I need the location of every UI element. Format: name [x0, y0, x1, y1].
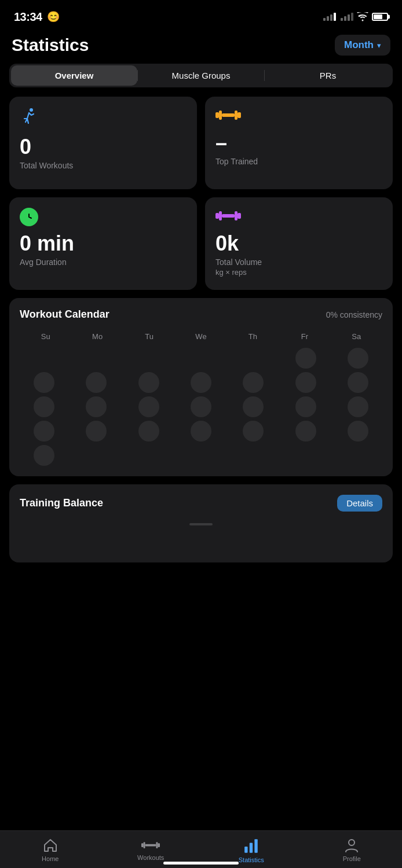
top-trained-value: –: [215, 131, 382, 155]
nav-item-workouts[interactable]: Workouts: [101, 838, 202, 861]
total-volume-sublabel: kg × reps: [215, 268, 382, 277]
day-su: Su: [20, 330, 71, 343]
workouts-icon: [141, 839, 160, 852]
svg-rect-19: [254, 839, 257, 853]
svg-point-20: [349, 840, 355, 845]
total-workouts-card: 0 Total Workouts: [9, 97, 197, 189]
status-bar: 13:34 😊: [0, 0, 402, 29]
total-workouts-value: 0: [20, 135, 187, 159]
cal-cell: [191, 396, 211, 417]
running-icon: [20, 107, 187, 130]
status-icons: [323, 12, 388, 21]
day-sa: Sa: [331, 330, 382, 343]
cal-cell: [191, 372, 211, 393]
training-balance-card: Training Balance Details: [9, 484, 393, 562]
svg-rect-13: [144, 842, 145, 848]
cal-cell: [191, 421, 211, 442]
nav-item-profile[interactable]: Profile: [302, 838, 403, 862]
svg-rect-17: [244, 847, 247, 853]
cal-cell: [86, 348, 107, 369]
profile-icon: [344, 838, 359, 853]
avg-duration-value: 0 min: [20, 232, 187, 255]
svg-rect-16: [158, 843, 160, 847]
nav-label-profile: Profile: [343, 855, 361, 862]
training-header: Training Balance Details: [20, 495, 382, 512]
avg-duration-card: 0 min Avg Duration: [9, 197, 197, 290]
cal-cell: [348, 372, 368, 393]
svg-point-0: [30, 108, 33, 112]
calendar-consistency: 0% consistency: [326, 310, 382, 319]
cal-cell: [348, 445, 368, 466]
stats-grid: 0 Total Workouts – Top Trained 0 min Avg…: [0, 97, 402, 298]
nav-label-home: Home: [42, 855, 59, 862]
cal-cell: [295, 421, 316, 442]
cal-cell: [191, 445, 211, 466]
clock-icon: [20, 208, 38, 226]
cal-cell: [348, 421, 368, 442]
svg-rect-3: [222, 113, 235, 117]
wifi-icon: [357, 12, 368, 21]
training-balance-title: Training Balance: [20, 497, 103, 509]
battery-icon: [372, 13, 388, 21]
cal-cell: [348, 348, 368, 369]
nav-item-home[interactable]: Home: [0, 838, 101, 862]
cal-cell: [243, 445, 264, 466]
day-mo: Mo: [71, 330, 123, 343]
svg-rect-12: [141, 843, 144, 847]
calendar-grid: [20, 348, 382, 466]
page-title: Statistics: [12, 35, 89, 55]
top-trained-label: Top Trained: [215, 157, 382, 166]
cal-cell: [86, 372, 107, 393]
svg-rect-10: [235, 211, 237, 220]
calendar-days-header: Su Mo Tu We Th Fr Sa: [20, 330, 382, 343]
cal-cell: [243, 348, 264, 369]
day-th: Th: [227, 330, 279, 343]
workout-calendar-card: Workout Calendar 0% consistency Su Mo Tu…: [9, 298, 393, 476]
cal-cell: [34, 445, 54, 466]
details-button[interactable]: Details: [337, 495, 382, 512]
tab-overview[interactable]: Overview: [11, 65, 137, 86]
status-time: 13:34: [14, 10, 42, 24]
month-selector-label: Month: [344, 39, 374, 51]
cal-cell: [138, 372, 159, 393]
status-emoji: 😊: [47, 10, 60, 23]
total-volume-card: 0k Total Volume kg × reps: [205, 197, 393, 290]
cal-cell: [138, 421, 159, 442]
tab-muscle-groups[interactable]: Muscle Groups: [138, 65, 264, 86]
home-icon: [43, 838, 58, 853]
cal-cell: [86, 445, 107, 466]
bottom-nav: Home Workouts Statistics Profile: [0, 830, 402, 868]
total-volume-label: Total Volume: [215, 258, 382, 267]
header: Statistics Month ▾: [0, 29, 402, 64]
training-balance-content: [20, 523, 382, 552]
calendar-title: Workout Calendar: [20, 308, 109, 321]
svg-rect-1: [215, 112, 219, 118]
cal-cell: [295, 396, 316, 417]
svg-rect-8: [219, 211, 222, 220]
day-we: We: [175, 330, 226, 343]
cal-cell: [34, 372, 54, 393]
cal-cell: [86, 396, 107, 417]
nav-label-workouts: Workouts: [137, 854, 164, 861]
day-tu: Tu: [123, 330, 175, 343]
svg-rect-11: [237, 213, 241, 219]
cal-cell: [295, 372, 316, 393]
cal-cell: [295, 348, 316, 369]
cal-cell: [34, 396, 54, 417]
cal-cell: [138, 348, 159, 369]
nav-label-statistics: Statistics: [239, 856, 264, 863]
cal-cell: [243, 396, 264, 417]
dumbbell-orange-icon: [215, 107, 241, 126]
total-volume-value: 0k: [215, 232, 382, 255]
cal-cell: [34, 421, 54, 442]
statistics-icon: [243, 838, 260, 854]
svg-rect-9: [222, 214, 235, 218]
nav-item-statistics[interactable]: Statistics: [201, 838, 302, 863]
top-trained-card: – Top Trained: [205, 97, 393, 189]
tab-prs[interactable]: PRs: [265, 65, 391, 86]
cal-cell: [348, 396, 368, 417]
svg-rect-15: [156, 842, 158, 848]
dumbbell-purple-icon: [215, 208, 241, 226]
calendar-header: Workout Calendar 0% consistency: [20, 308, 382, 321]
month-selector[interactable]: Month ▾: [335, 35, 390, 56]
